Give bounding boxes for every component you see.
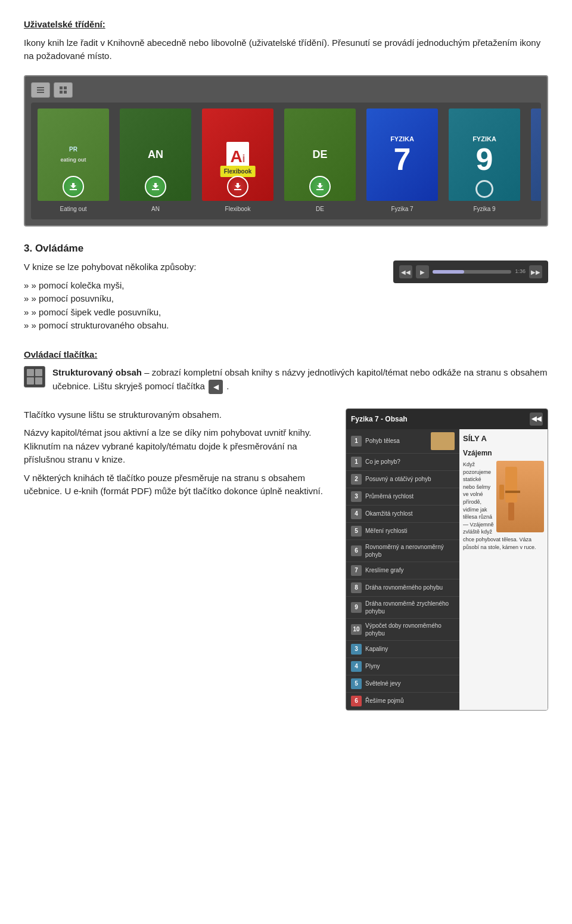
controls-section: Ovládací tlačítka: Strukturovaný obsah –… — [24, 348, 548, 399]
toc-item-extra3[interactable]: 5 Světelné jevy — [346, 675, 459, 693]
bottom-section: Tlačítko vysune lištu se strukturovaným … — [24, 408, 548, 711]
book-label-flexibook: Flexibook — [225, 204, 251, 213]
control-buttons-heading: Ovládací tlačítka: — [24, 348, 548, 362]
svg-rect-5 — [60, 91, 63, 94]
section3-text: V knize se lze pohybovat několika způsob… — [24, 261, 381, 339]
download-btn-an[interactable] — [145, 176, 166, 197]
toc-item-8[interactable]: 8 Dráha rovnoměrného pohybu — [346, 579, 459, 597]
books-row: PR eating out Eating out AN AN — [31, 103, 541, 219]
toc-content-subtitle: Vzájemn — [463, 448, 544, 458]
control-method-3: » pomocí šipek vedle posuvníku, — [24, 306, 381, 320]
svg-rect-6 — [64, 91, 67, 94]
toc-content-title: SÍLY A — [463, 433, 544, 445]
book-label-fyzika7: Fyzika 7 — [391, 204, 413, 213]
media-time: 1:36 — [515, 268, 526, 276]
toc-item-6[interactable]: 6 Rovnoměrný a nerovnoměrný pohyb — [346, 540, 459, 562]
book-item-fyzika9[interactable]: FYZIKA 9 Fyzika 9 — [446, 108, 523, 213]
media-progress-fill — [433, 270, 464, 274]
toc-title: Fyzika 7 - Obsah — [351, 414, 408, 424]
toc-item-4[interactable]: 4 Okamžitá rychlost — [346, 506, 459, 523]
svg-rect-14 — [505, 491, 520, 493]
structured-content-description: Strukturovaný obsah – zobrazí kompletní … — [52, 366, 548, 394]
book-cover-fyzika9: FYZIKA 9 — [449, 108, 520, 201]
book-item-chemie8[interactable]: CHEMIE 8 Chemie 8 — [528, 108, 541, 213]
structured-content-row: Strukturovaný obsah – zobrazí kompletní … — [24, 366, 548, 399]
svg-rect-0 — [37, 87, 44, 88]
svg-rect-9 — [234, 189, 241, 190]
title-underlined: Uživatelské třídění: — [24, 19, 105, 29]
svg-rect-4 — [64, 86, 67, 89]
toc-item-2[interactable]: 2 Posuvný a otáčivý pohyb — [346, 471, 459, 488]
book-item-an[interactable]: AN AN — [117, 108, 194, 213]
toc-item-9[interactable]: 9 Dráha rovnoměrně zrychleného pohybu — [346, 597, 459, 619]
media-play-button[interactable]: ▶ — [416, 265, 429, 278]
page-title-section: Uživatelské třídění: Ikony knih lze řadi… — [24, 18, 548, 63]
download-btn-flexibook[interactable] — [227, 176, 248, 197]
toc-item-3[interactable]: 3 Průměrná rychlost — [346, 488, 459, 506]
section3-heading: 3. Ovládáme — [24, 241, 548, 256]
toc-sidebar: Fyzika 7 - Obsah ◀◀ 1 Pohyb tělesa 1 Co … — [346, 408, 548, 711]
section3-intro-block: V knize se lze pohybovat několika způsob… — [24, 261, 548, 339]
download-btn-de[interactable] — [309, 176, 331, 197]
toc-collapse-button[interactable]: ◀◀ — [530, 413, 543, 426]
media-player: ◀◀ ▶ 1:36 ▶▶ — [393, 261, 548, 283]
control-methods-list: » pomocí kolečka myši, » pomocí posuvník… — [24, 279, 381, 333]
svg-rect-12 — [508, 503, 514, 520]
section3: 3. Ovládáme V knize se lze pohybovat něk… — [24, 241, 548, 711]
toc-item-10[interactable]: 10 Výpočet doby rovnoměrného pohybu — [346, 619, 459, 641]
book-cover-chemie8: CHEMIE 8 — [531, 108, 541, 201]
toc-item-extra4[interactable]: 6 Řešíme pojmů — [346, 693, 459, 710]
section3-intro-text: V knize se lze pohybovat několika způsob… — [24, 261, 381, 274]
title-line: Uživatelské třídění: — [24, 18, 548, 32]
toc-pull-text: Tlačítko vysune lištu se strukturovaným … — [24, 408, 334, 422]
svg-rect-10 — [316, 189, 324, 190]
svg-rect-13 — [499, 485, 504, 500]
toc-item-7[interactable]: 7 Kreslíme grafy — [346, 562, 459, 579]
hide-toc-button[interactable]: ◀ — [209, 380, 223, 394]
book-cover-fyzika7: FYZIKA 7 — [366, 108, 438, 201]
list-view-button[interactable] — [31, 82, 50, 98]
library-toolbar — [31, 82, 541, 98]
title-body: Ikony knih lze řadit v Knihovně abecedně… — [24, 36, 548, 63]
toc-item-0[interactable]: 1 Pohyb tělesa — [346, 429, 459, 454]
book-cover-eating-out: PR eating out — [38, 108, 109, 201]
svg-rect-1 — [37, 89, 44, 91]
media-next-button[interactable]: ▶▶ — [529, 265, 542, 278]
svg-rect-2 — [37, 92, 44, 93]
toc-item-5[interactable]: 5 Měření rychlosti — [346, 523, 459, 540]
svg-rect-8 — [152, 189, 159, 190]
media-progress-bar[interactable] — [433, 270, 511, 274]
book-item-de[interactable]: DE DE — [281, 108, 359, 213]
toc-list: 1 Pohyb tělesa 1 Co je pohyb? 2 Posuvný … — [346, 429, 459, 710]
toc-diagram — [496, 461, 544, 532]
book-cover-flexibook: Ai Flexibook — [202, 108, 273, 201]
control-method-4: » pomocí strukturovaného obsahu. — [24, 319, 381, 333]
toc-item-extra2[interactable]: 4 Plyny — [346, 658, 459, 675]
redirect-note: V některých knihách tě tlačítko pouze př… — [24, 472, 334, 498]
svg-rect-3 — [60, 86, 63, 89]
book-item-fyzika7[interactable]: FYZIKA 7 Fyzika 7 — [363, 108, 441, 213]
media-prev-button[interactable]: ◀◀ — [399, 265, 412, 278]
book-label-fyzika9: Fyzika 9 — [473, 204, 495, 213]
toc-body: 1 Pohyb tělesa 1 Co je pohyb? 2 Posuvný … — [346, 429, 548, 710]
book-item-eating-out[interactable]: PR eating out Eating out — [35, 108, 112, 213]
structured-content-label: Strukturovaný obsah — [52, 367, 142, 377]
book-item-flexibook[interactable]: Ai Flexibook Flexibook — [199, 108, 276, 213]
book-cover-de: DE — [284, 108, 356, 201]
bottom-text-block: Tlačítko vysune lištu se strukturovaným … — [24, 408, 334, 503]
grid-view-button[interactable] — [54, 82, 73, 98]
svg-rect-7 — [70, 189, 77, 190]
book-cover-an: AN — [120, 108, 191, 201]
toc-header: Fyzika 7 - Obsah ◀◀ — [346, 409, 548, 429]
toc-item-1[interactable]: 1 Co je pohyb? — [346, 454, 459, 471]
toc-item-extra1[interactable]: 3 Kapaliny — [346, 641, 459, 658]
book-label-an: AN — [151, 204, 160, 213]
names-active-text: Názvy kapitol/témat jsou aktivní a lze s… — [24, 426, 334, 467]
download-btn-eating-out[interactable] — [63, 176, 84, 197]
book-label-de: DE — [316, 204, 324, 213]
structured-content-icon — [24, 366, 45, 387]
control-method-2: » pomocí posuvníku, — [24, 292, 381, 306]
book-label-eating-out: Eating out — [60, 204, 86, 213]
library-area: PR eating out Eating out AN AN — [24, 75, 548, 227]
toc-content-area: SÍLY A Vzájemn Když pozorujeme statické … — [459, 429, 548, 710]
